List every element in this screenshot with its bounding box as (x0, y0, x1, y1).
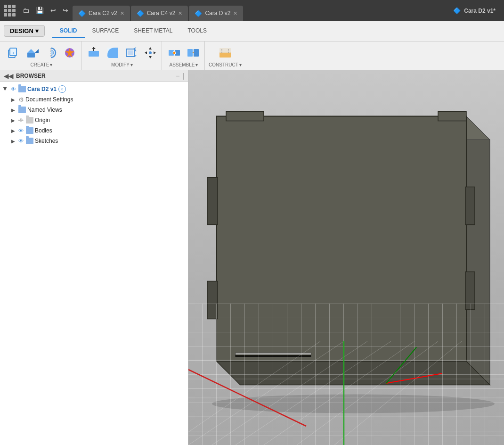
tree-arrow-origin[interactable]: ▶ (9, 116, 17, 124)
tab-sheet-metal[interactable]: SHEET METAL (126, 25, 180, 38)
tree-folder-sketches (26, 138, 33, 144)
tree-eye-root[interactable]: 👁 (9, 85, 17, 93)
shell-icon (125, 46, 138, 59)
tree-item-sketches[interactable]: ▶ 👁 Sketches (0, 136, 188, 146)
ground-grid (188, 341, 504, 445)
svg-marker-9 (92, 47, 96, 49)
tree-arrow-sketches[interactable]: ▶ (9, 137, 17, 145)
svg-rect-20 (187, 49, 193, 57)
revolve-icon (44, 46, 57, 59)
tree-folder-origin (26, 117, 33, 124)
tree-folder-bodies (26, 127, 33, 134)
assemble-group: ASSEMBLE ▾ (163, 41, 205, 70)
browser-header: ◀◀ BROWSER − | (0, 70, 188, 82)
tab-solid[interactable]: SOLID (52, 25, 85, 38)
fillet-button[interactable] (104, 44, 121, 61)
svg-rect-31 (438, 112, 466, 121)
modify-label[interactable]: MODIFY ▾ (111, 62, 133, 67)
move-button[interactable] (142, 44, 159, 61)
toolbar: DESIGN ▾ SOLID SURFACE SHEET METAL TOOLS… (0, 21, 504, 70)
design-menu-button[interactable]: DESIGN ▾ (4, 25, 45, 37)
tree-item-origin[interactable]: ▶ 👁 Origin (0, 115, 188, 125)
revolve-button[interactable] (42, 44, 59, 61)
create-icons: + (5, 44, 78, 61)
toolbar-tabs-bar: DESIGN ▾ SOLID SURFACE SHEET METAL TOOLS (0, 21, 504, 41)
tab-icon: 🔷 (195, 10, 202, 17)
browser-pin-icon[interactable]: − (176, 72, 179, 80)
tab-cara-c4[interactable]: 🔷 Cara C4 v2 ✕ (131, 6, 188, 21)
construct-label[interactable]: CONSTRUCT ▾ (209, 62, 242, 67)
apps-grid-icon[interactable] (4, 5, 16, 16)
tree-item-bodies[interactable]: ▶ 👁 Bodies (0, 125, 188, 136)
tree-item-root[interactable]: ▶ 👁 Cara D2 v1 ○ (0, 84, 188, 94)
new-component-icon: + (7, 46, 20, 59)
tab-close-icon[interactable]: ✕ (120, 10, 124, 16)
toolbar-tabs: SOLID SURFACE SHEET METAL TOOLS (52, 25, 214, 38)
undo-icon[interactable]: ↩ (48, 6, 58, 15)
construct-icons (217, 44, 234, 61)
tree-eye-origin[interactable]: 👁 (17, 116, 24, 124)
offset-plane-button[interactable] (217, 44, 234, 61)
tree-arrow-root[interactable]: ▶ (2, 85, 9, 93)
tab-surface[interactable]: SURFACE (85, 25, 127, 38)
as-built-joint-button[interactable] (185, 44, 202, 61)
tree-folder-root (18, 86, 26, 92)
browser-options-icon[interactable]: | (182, 72, 184, 80)
joint-button[interactable] (166, 44, 183, 61)
create-label[interactable]: CREATE ▾ (31, 62, 53, 67)
tab-close-icon[interactable]: ✕ (233, 10, 237, 16)
svg-rect-24 (219, 48, 231, 53)
assemble-label[interactable]: ASSEMBLE ▾ (170, 62, 198, 67)
titlebar: 🗀 💾 ↩ ↪ 🔷 Cara C2 v2 ✕ 🔷 Cara C4 v2 ✕ 🔷 … (0, 0, 504, 21)
loft-icon (63, 46, 76, 59)
press-pull-button[interactable] (85, 44, 102, 61)
svg-rect-3 (27, 53, 35, 58)
svg-point-19 (173, 51, 176, 54)
tree-eye-sketches[interactable]: 👁 (17, 137, 24, 145)
extrude-button[interactable] (24, 44, 41, 61)
browser-collapse-icon[interactable]: ◀◀ (4, 73, 13, 80)
redo-icon[interactable]: ↪ (60, 6, 71, 15)
tree-badge-root[interactable]: ○ (58, 85, 66, 93)
tab-icon: 🔷 (137, 10, 144, 17)
toolbar-tools: + (0, 41, 504, 70)
tree-arrow-doc-settings[interactable]: ▶ (9, 96, 17, 103)
svg-line-45 (264, 341, 415, 445)
main-area: ◀◀ BROWSER − | ▶ 👁 Cara D2 v1 ○ ▶ (0, 70, 504, 445)
tree-eye-bodies[interactable]: 👁 (17, 127, 24, 134)
tree-label-named-views: Named Views (27, 107, 62, 113)
tree-arrow-bodies[interactable]: ▶ (9, 127, 17, 134)
offset-plane-icon (219, 46, 232, 59)
modify-icons (85, 44, 159, 61)
tab-bar: 🔷 Cara C2 v2 ✕ 🔷 Cara C4 v2 ✕ 🔷 Cara D v… (73, 0, 451, 21)
save-icon[interactable]: 💾 (33, 6, 46, 15)
svg-text:+: + (12, 51, 15, 55)
svg-line-42 (188, 341, 344, 445)
viewport[interactable] (188, 70, 504, 445)
file-icon[interactable]: 🗀 (20, 6, 32, 15)
browser-content: ▶ 👁 Cara D2 v1 ○ ▶ ⚙ Document Settings ▶ (0, 82, 188, 445)
browser-title: BROWSER (16, 73, 46, 79)
tab-cara-d[interactable]: 🔷 Cara D v2 ✕ (189, 6, 243, 21)
tree-arrow-named-views[interactable]: ▶ (9, 106, 17, 114)
create-group: + (2, 41, 81, 70)
tree-item-named-views[interactable]: ▶ Named Views (0, 105, 188, 115)
chevron-down-icon: ▾ (35, 27, 39, 34)
tab-close-icon[interactable]: ✕ (178, 10, 182, 16)
shell-button[interactable] (123, 44, 140, 61)
create-arrow-icon: ▾ (50, 62, 52, 67)
tree-gear-icon: ⚙ (18, 96, 24, 103)
tree-label-root: Cara D2 v1 (27, 86, 57, 92)
tab-tools[interactable]: TOOLS (180, 25, 214, 38)
tab-cara-c2[interactable]: 🔷 Cara C2 v2 ✕ (73, 6, 130, 21)
new-component-button[interactable]: + (5, 44, 22, 61)
loft-button[interactable] (61, 44, 78, 61)
modify-arrow-icon: ▾ (130, 62, 133, 67)
tab-label: Cara C2 v2 (89, 10, 117, 16)
tree-item-doc-settings[interactable]: ▶ ⚙ Document Settings (0, 94, 188, 105)
extrude-icon (25, 46, 39, 59)
tab-icon: 🔷 (78, 10, 86, 17)
svg-line-48 (188, 341, 320, 445)
tab-label: Cara D v2 (205, 10, 230, 16)
svg-marker-5 (35, 49, 39, 53)
